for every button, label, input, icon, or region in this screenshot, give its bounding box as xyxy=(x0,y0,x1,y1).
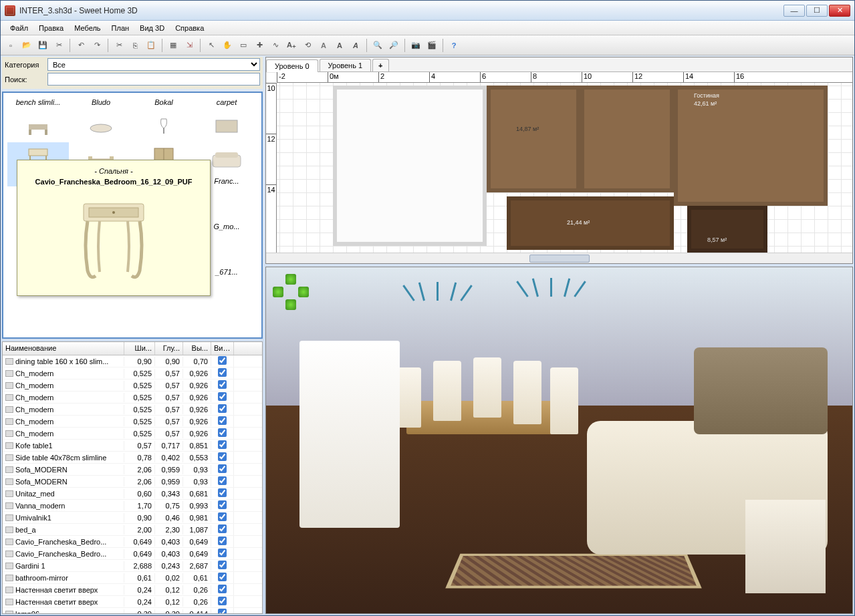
table-row[interactable]: Настенная светит вверх0,240,120,26 xyxy=(3,584,262,596)
add-furniture-icon[interactable]: ▦ xyxy=(166,38,180,53)
row-visible-checkbox[interactable] xyxy=(218,416,227,425)
row-visible-checkbox[interactable] xyxy=(218,356,227,365)
open-icon[interactable]: 📂 xyxy=(19,38,34,53)
menu-plan[interactable]: План xyxy=(106,22,135,34)
view-3d[interactable] xyxy=(265,267,853,614)
furniture-table[interactable]: Наименование Ши... Глу... Вы... Види... … xyxy=(2,341,263,614)
row-visible-checkbox[interactable] xyxy=(218,585,227,593)
plan-canvas[interactable]: -20м246810121416 101214 14,87 м² Гостина… xyxy=(266,72,852,253)
polyline-icon[interactable]: ∿ xyxy=(268,38,283,53)
maximize-button[interactable]: ☐ xyxy=(806,5,828,17)
zoom-out-icon[interactable]: 🔎 xyxy=(386,38,401,53)
wall-icon[interactable]: ▭ xyxy=(236,38,251,53)
table-row[interactable]: Sofa_MODERN2,060,9590,93 xyxy=(3,476,262,488)
nav-left-icon[interactable] xyxy=(273,287,283,297)
undo-icon[interactable]: ↶ xyxy=(74,38,88,53)
row-visible-checkbox[interactable] xyxy=(218,428,227,437)
text2-icon[interactable]: A xyxy=(332,38,347,53)
table-row[interactable]: Gardini 12,6880,2432,687 xyxy=(3,560,262,572)
minimize-button[interactable]: — xyxy=(783,5,805,17)
row-visible-checkbox[interactable] xyxy=(218,404,227,413)
zoom-in-icon[interactable]: 🔍 xyxy=(370,38,385,53)
nav-right-icon[interactable] xyxy=(298,287,309,297)
menu-help[interactable]: Справка xyxy=(170,22,209,34)
save-icon[interactable]: 💾 xyxy=(35,38,50,53)
new-icon[interactable]: ▫ xyxy=(3,38,18,53)
row-visible-checkbox[interactable] xyxy=(218,549,227,557)
table-row[interactable]: Kofe table10,570,7170,851 xyxy=(3,440,262,452)
table-row[interactable]: dining table 160 x 160 slim...0,900,900,… xyxy=(3,355,262,367)
help-icon[interactable]: ? xyxy=(447,38,461,53)
text3-icon[interactable]: A xyxy=(348,38,363,53)
table-row[interactable]: Cavio_Francheska_Bedro...0,6490,4030,649 xyxy=(3,548,262,560)
table-row[interactable]: bathroom-mirror0,610,020,61 xyxy=(3,572,262,584)
row-width: 0,90 xyxy=(124,513,155,522)
row-visible-checkbox[interactable] xyxy=(218,440,227,449)
tab-add-level[interactable]: + xyxy=(372,59,388,71)
row-visible-checkbox[interactable] xyxy=(218,368,227,377)
plan-scrollbar-h[interactable] xyxy=(266,253,852,263)
search-input[interactable] xyxy=(47,73,260,86)
photo-icon[interactable]: 📷 xyxy=(408,38,423,53)
furniture-catalog[interactable]: bench slimli... Bludo Bokal carpet Ca...… xyxy=(2,92,263,339)
menu-edit[interactable]: Правка xyxy=(33,22,69,34)
tab-level-1[interactable]: Уровень 1 xyxy=(320,59,372,71)
select-icon[interactable]: ↖ xyxy=(204,38,219,53)
table-row[interactable]: Ch_modern0,5250,570,926 xyxy=(3,367,262,379)
room-icon[interactable]: ✚ xyxy=(252,38,267,53)
tab-level-0[interactable]: Уровень 0 xyxy=(266,59,318,72)
table-row[interactable]: Sofa_MODERN2,060,9590,93 xyxy=(3,464,262,476)
row-visible-checkbox[interactable] xyxy=(218,464,227,473)
table-row[interactable]: Ch_modern0,5250,570,926 xyxy=(3,392,262,404)
category-select[interactable]: Все xyxy=(47,58,260,71)
table-row[interactable]: Ch_modern0,5250,570,926 xyxy=(3,404,262,416)
row-visible-checkbox[interactable] xyxy=(218,524,227,533)
row-visible-checkbox[interactable] xyxy=(218,452,227,461)
col-width[interactable]: Ши... xyxy=(124,342,155,355)
pan-icon[interactable]: ✋ xyxy=(220,38,235,53)
row-visible-checkbox[interactable] xyxy=(218,536,227,545)
nav-down-icon[interactable] xyxy=(285,299,296,310)
row-visible-checkbox[interactable] xyxy=(218,500,227,509)
dimension-icon[interactable]: A₊ xyxy=(284,38,299,53)
menu-view3d[interactable]: Вид 3D xyxy=(134,22,170,34)
table-row[interactable]: Ch_modern0,5250,570,926 xyxy=(3,379,262,392)
row-visible-checkbox[interactable] xyxy=(218,380,227,389)
redo-icon[interactable]: ↷ xyxy=(90,38,104,53)
label-living: 42,61 м² xyxy=(694,100,717,107)
row-visible-checkbox[interactable] xyxy=(218,573,227,581)
table-row[interactable]: Cavio_Francheska_Bedro...0,6490,4030,649 xyxy=(3,536,262,548)
table-row[interactable]: lamp060,300,300,414 xyxy=(3,608,262,613)
col-depth[interactable]: Глу... xyxy=(155,342,183,355)
row-visible-checkbox[interactable] xyxy=(218,488,227,497)
table-row[interactable]: bed_a2,002,301,087 xyxy=(3,524,262,536)
table-row[interactable]: Side table 40x78cm slimline0,780,4020,55… xyxy=(3,452,262,464)
menu-furniture[interactable]: Мебель xyxy=(69,22,106,34)
table-row[interactable]: Ch_modern0,5250,570,926 xyxy=(3,416,262,428)
copy-icon[interactable]: ⎘ xyxy=(128,38,142,53)
table-row[interactable]: Vanna_modern1,700,750,993 xyxy=(3,500,262,512)
text-icon[interactable]: A xyxy=(316,38,331,53)
row-visible-checkbox[interactable] xyxy=(218,392,227,401)
paste-icon[interactable]: 📋 xyxy=(144,38,158,53)
row-visible-checkbox[interactable] xyxy=(218,597,227,605)
cut-icon[interactable]: ✂ xyxy=(112,38,126,53)
row-visible-checkbox[interactable] xyxy=(218,476,227,485)
table-row[interactable]: Ch_modern0,5250,570,926 xyxy=(3,428,262,440)
video-icon[interactable]: 🎬 xyxy=(424,38,439,53)
col-height[interactable]: Вы... xyxy=(183,342,211,355)
table-row[interactable]: Unitaz_med0,600,3430,681 xyxy=(3,488,262,500)
prefs-icon[interactable]: ✂ xyxy=(51,38,66,53)
label-icon[interactable]: ⟲ xyxy=(300,38,315,53)
table-row[interactable]: Настенная светит вверх0,240,120,26 xyxy=(3,596,262,608)
row-visible-checkbox[interactable] xyxy=(218,512,227,521)
table-row[interactable]: Umivalnik10,900,460,981 xyxy=(3,512,262,524)
col-name[interactable]: Наименование xyxy=(3,342,124,355)
nav-up-icon[interactable] xyxy=(285,274,296,285)
row-visible-checkbox[interactable] xyxy=(218,561,227,569)
import-icon[interactable]: ⇲ xyxy=(182,38,197,53)
row-visible-checkbox[interactable] xyxy=(218,609,227,613)
col-visible[interactable]: Види... xyxy=(211,342,234,355)
close-button[interactable]: ✕ xyxy=(829,5,850,17)
menu-file[interactable]: Файл xyxy=(5,22,33,34)
